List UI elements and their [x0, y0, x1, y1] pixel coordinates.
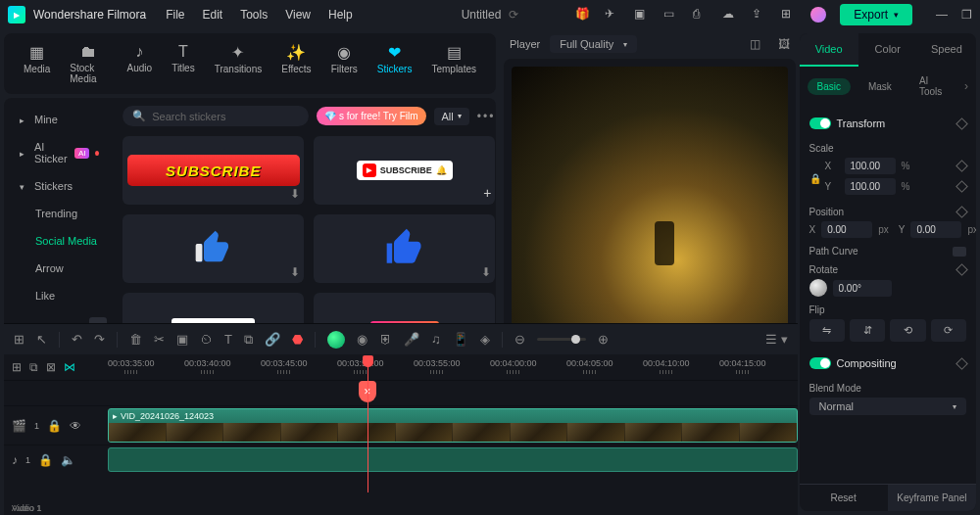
keyframe-panel-button[interactable]: Keyframe Panel [888, 485, 976, 511]
sticker-card-like-2[interactable]: ⬇ [314, 214, 495, 283]
rotate-cw-button[interactable]: ⟳ [931, 319, 966, 342]
visibility-icon[interactable]: 👁 [70, 419, 81, 433]
mic-icon[interactable]: 🎤 [404, 332, 419, 347]
tab-transitions[interactable]: ✦Transitions [207, 39, 270, 88]
keyframe-diamond-icon[interactable] [956, 180, 968, 193]
download-icon[interactable]: ⬇ [290, 187, 300, 201]
keyframe-diamond-icon[interactable] [956, 160, 968, 172]
subtab-ai-tools[interactable]: AI Tools [909, 72, 956, 100]
tab-effects[interactable]: ✨Effects [273, 39, 318, 88]
render-button[interactable]: ◉ [357, 332, 368, 347]
undo-button[interactable]: ↶ [72, 332, 82, 347]
search-input[interactable]: 🔍 Search stickers [122, 106, 309, 126]
sidebar-item-mine[interactable]: Mine [4, 106, 115, 133]
sticker-card-subscribe-2[interactable]: ▶SUBSCRIBE🔔 + [314, 136, 495, 205]
pointer-tool-icon[interactable]: ⊞ [14, 332, 24, 347]
filter-dropdown[interactable]: All▾ [434, 108, 469, 125]
sticker-card-subscribe-1[interactable]: SUBSCRIBE ⬇ [122, 136, 304, 205]
display-icon[interactable]: ▭ [663, 7, 679, 23]
rotate-input[interactable] [833, 280, 892, 297]
menu-file[interactable]: File [166, 8, 184, 22]
audio-track-lane[interactable] [108, 445, 798, 474]
quality-dropdown[interactable]: Full Quality▾ [550, 35, 637, 53]
link-button[interactable]: 🔗 [265, 332, 280, 347]
promo-pill[interactable]: 💎 s for free! Try Film [317, 107, 425, 125]
add-icon[interactable]: + [483, 185, 491, 201]
playhead[interactable] [368, 355, 368, 492]
tab-stock-media[interactable]: 🖿Stock Media [62, 39, 115, 88]
pos-x-input[interactable] [821, 221, 872, 238]
rotate-ccw-button[interactable]: ⟲ [890, 319, 925, 342]
audio-track-icon[interactable]: ♪ [12, 453, 18, 467]
cloud-icon[interactable]: ☁ [722, 7, 738, 23]
track-magnet-icon[interactable]: ⊠ [46, 360, 56, 374]
menu-edit[interactable]: Edit [203, 8, 223, 22]
sidebar-item-social-media[interactable]: Social Media [4, 227, 115, 255]
shield-icon[interactable]: ⛨ [379, 332, 392, 347]
track-snap-icon[interactable]: ⋈ [64, 360, 75, 374]
keyframe-icon[interactable]: ◈ [480, 332, 490, 347]
compositing-toggle[interactable] [809, 357, 831, 369]
more-options-button[interactable]: ••• [477, 110, 496, 123]
tab-templates[interactable]: ▤Templates [423, 39, 484, 88]
scale-x-input[interactable] [845, 158, 896, 174]
compare-view-icon[interactable]: ◫ [750, 37, 760, 51]
list-view-icon[interactable]: ☰ ▾ [765, 332, 788, 347]
send-icon[interactable]: ✈ [605, 7, 620, 23]
keyframe-diamond-icon[interactable] [956, 263, 968, 276]
track-link-icon[interactable]: ⧉ [29, 360, 38, 374]
sidebar-item-stickers[interactable]: Stickers [4, 172, 115, 200]
export-button[interactable]: Export ▾ [840, 4, 912, 25]
flip-vertical-button[interactable]: ⇵ [850, 319, 885, 342]
timeline-ruler[interactable]: 00:03:35:0000:03:40:0000:03:45:0000:03:5… [108, 354, 798, 380]
maximize-button[interactable]: ❐ [961, 8, 972, 22]
record-icon[interactable]: ⎙ [693, 7, 709, 23]
avatar-icon[interactable] [810, 7, 826, 23]
video-track-lane[interactable]: ▸VID_20241026_124023 [108, 406, 798, 445]
apps-icon[interactable]: ⊞ [781, 7, 797, 23]
device-icon[interactable]: 📱 [453, 332, 468, 347]
crop-button[interactable]: ▣ [176, 332, 188, 347]
upload-icon[interactable]: ⇪ [752, 7, 767, 23]
transform-toggle[interactable] [809, 117, 831, 129]
sidebar-item-like[interactable]: Like [4, 282, 115, 309]
pos-y-input[interactable] [910, 221, 961, 238]
copy-button[interactable]: ⧉ [244, 332, 253, 348]
tab-titles[interactable]: TTitles [164, 39, 203, 88]
reset-button[interactable]: Reset [800, 485, 888, 511]
path-curve-button[interactable] [953, 247, 966, 257]
menu-view[interactable]: View [285, 8, 311, 22]
zoom-in-button[interactable]: ⊕ [598, 332, 609, 347]
tab-media[interactable]: ▦Media [16, 39, 58, 88]
keyframe-diamond-icon[interactable] [956, 117, 968, 130]
track-add-icon[interactable]: ⊞ [12, 360, 22, 374]
delete-button[interactable]: 🗑 [129, 332, 142, 347]
blend-mode-dropdown[interactable]: Normal▾ [809, 398, 966, 415]
marker-button[interactable]: ⬣ [292, 332, 303, 347]
rotate-knob[interactable] [809, 279, 827, 297]
zoom-out-button[interactable]: ⊖ [514, 332, 525, 347]
sync-icon[interactable]: ⟳ [509, 8, 518, 22]
tab-color[interactable]: Color [858, 33, 917, 67]
lock-icon[interactable]: 🔒 [38, 453, 53, 467]
sticker-card-like-1[interactable]: ⬇ [122, 214, 304, 283]
scroll-right-icon[interactable]: › [964, 79, 968, 93]
lock-aspect-icon[interactable]: 🔒 [809, 173, 821, 184]
screenshot-icon[interactable]: ▣ [634, 7, 650, 23]
tab-filters[interactable]: ◉Filters [323, 39, 366, 88]
snapshot-icon[interactable]: 🖼 [778, 37, 790, 51]
text-button[interactable]: T [224, 332, 232, 347]
flip-horizontal-button[interactable]: ⇋ [809, 319, 845, 342]
audio-clip[interactable] [108, 447, 798, 472]
tab-audio[interactable]: ♪Audio [120, 39, 161, 88]
minimize-button[interactable]: — [936, 8, 948, 22]
mute-icon[interactable]: 🔈 [61, 453, 75, 467]
scale-y-input[interactable] [845, 178, 896, 195]
tab-stickers[interactable]: ❤Stickers [369, 39, 420, 88]
lock-icon[interactable]: 🔒 [47, 419, 62, 433]
select-tool-icon[interactable]: ↖ [36, 332, 47, 347]
keyframe-diamond-icon[interactable] [956, 206, 968, 218]
video-track-icon[interactable]: 🎬 [12, 419, 26, 433]
split-button[interactable]: ✂ [154, 332, 165, 347]
audio-mix-icon[interactable]: ♫ [431, 332, 441, 347]
